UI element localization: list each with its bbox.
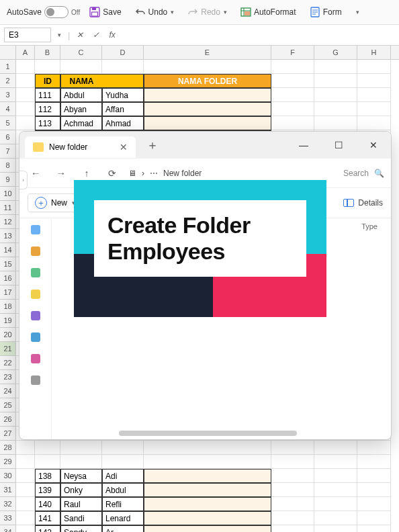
autoformat-button[interactable]: AutoFormat [236,5,300,19]
cell-folder[interactable] [144,102,271,116]
cell-first[interactable]: Sandy [60,525,102,532]
undo-button[interactable]: Undo ▾ [131,5,179,19]
cell-last[interactable]: Ar [102,525,144,532]
row-header[interactable]: 6 [0,130,16,144]
cell-last[interactable]: Ahmad [102,116,144,130]
row-header[interactable]: 29 [0,455,16,469]
cell-folder[interactable] [144,483,271,497]
row-header[interactable]: 34 [0,525,16,532]
back-button[interactable]: ← [26,164,45,183]
sidebar-item[interactable] [31,375,40,385]
forward-button[interactable]: → [52,164,71,183]
more-icon[interactable]: ⋯ [150,169,158,178]
cell-folder[interactable] [144,116,271,130]
row-header[interactable]: 21 [0,342,16,356]
horizontal-scrollbar[interactable] [119,431,297,436]
sidebar-item[interactable] [31,247,40,256]
cell-last[interactable]: Adi [102,469,144,483]
sidebar-item[interactable] [31,332,40,342]
row-header[interactable]: 9 [0,173,16,187]
row-header[interactable]: 28 [0,441,16,455]
row-header[interactable]: 2 [0,74,16,88]
row-header[interactable]: 24 [0,384,16,398]
cell-id[interactable]: 113 [35,116,60,130]
explorer-tab[interactable]: New folder ✕ [25,136,136,158]
row-header[interactable]: 1 [0,60,16,74]
table-header-id[interactable]: ID [35,74,60,88]
breadcrumb[interactable]: New folder [163,169,202,178]
sidebar-item[interactable] [31,290,40,299]
row-header[interactable]: 25 [0,398,16,412]
cell-id[interactable]: 112 [35,102,60,116]
row-header[interactable]: 30 [0,469,16,483]
table-header-nama-ext[interactable] [102,74,144,88]
accept-formula-icon[interactable]: ✓ [90,30,102,40]
cell-last[interactable]: Yudha [102,88,144,102]
row-header[interactable]: 32 [0,497,16,511]
cell-folder[interactable] [144,511,271,525]
autosave-toggle[interactable]: AutoSave Off [7,6,80,18]
cancel-formula-icon[interactable]: ✕ [74,30,86,40]
cell-id[interactable]: 141 [35,511,60,525]
sidebar-item[interactable] [31,354,40,363]
fx-icon[interactable]: fx [106,30,118,40]
row-header[interactable]: 12 [0,215,16,229]
row-header[interactable]: 26 [0,412,16,427]
col-header[interactable]: H [357,46,391,59]
cell-folder[interactable] [144,525,271,532]
row-header[interactable]: 22 [0,356,16,370]
cell-folder[interactable] [144,88,271,102]
row-header[interactable]: 13 [0,229,16,243]
redo-button[interactable]: Redo ▾ [183,5,231,19]
row-header[interactable]: 18 [0,300,16,314]
cell-first[interactable]: Achmad [60,116,102,130]
toggle-switch[interactable] [44,6,69,18]
row-header[interactable]: 4 [0,102,16,116]
cell-id[interactable]: 111 [35,88,60,102]
row-header[interactable]: 20 [0,328,16,342]
cell-first[interactable]: Abyan [60,102,102,116]
save-button[interactable]: Save [85,5,125,19]
col-header[interactable]: D [102,46,144,59]
col-header[interactable]: E [144,46,271,59]
close-window-button[interactable]: ✕ [361,136,386,154]
row-header[interactable]: 17 [0,285,16,300]
row-header[interactable]: 27 [0,427,16,441]
table-header-folder[interactable]: NAMA FOLDER [144,74,271,88]
table-header-nama[interactable]: NAMA [60,74,102,88]
row-header[interactable]: 10 [0,187,16,201]
row-header[interactable]: 8 [0,159,16,173]
col-header[interactable]: A [16,46,35,59]
row-header[interactable]: 3 [0,88,16,102]
col-header[interactable]: C [60,46,102,59]
cell-id[interactable]: 140 [35,497,60,511]
cell-folder[interactable] [144,497,271,511]
cell-last[interactable]: Affan [102,102,144,116]
cell-first[interactable]: Sandi [60,511,102,525]
chevron-down-icon[interactable]: ▾ [224,9,227,15]
cell-last[interactable]: Lenard [102,511,144,525]
explorer-sidebar[interactable] [19,218,52,440]
col-header[interactable]: G [314,46,357,59]
name-box[interactable]: E3 [4,28,51,42]
cell-id[interactable]: 138 [35,469,60,483]
form-button[interactable]: Form [306,5,346,19]
row-header[interactable]: 23 [0,370,16,384]
row-header[interactable]: 19 [0,314,16,328]
row-header[interactable]: 11 [0,201,16,215]
overflow-menu[interactable]: ▾ [351,7,363,17]
row-header[interactable]: 33 [0,511,16,525]
select-all-corner[interactable] [0,46,16,59]
cell-first[interactable]: Neysa [60,469,102,483]
col-header[interactable]: B [35,46,60,59]
cell-last[interactable]: Abdul [102,483,144,497]
sidebar-collapse-handle[interactable]: › [19,171,28,189]
search-box[interactable]: Search 🔍 [343,169,384,178]
row-header[interactable]: 5 [0,116,16,130]
sidebar-item[interactable] [31,311,40,320]
cell-id[interactable]: 142 [35,525,60,532]
address-bar[interactable]: 🖥 › ⋯ New folder [128,169,202,178]
cell-first[interactable]: Raul [60,497,102,511]
cell-folder[interactable] [144,469,271,483]
close-tab-icon[interactable]: ✕ [120,142,128,152]
